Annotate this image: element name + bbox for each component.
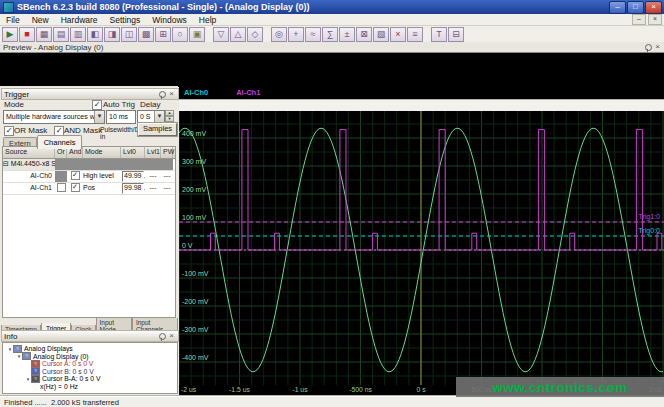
block-icon[interactable]: ▧ [373, 27, 389, 42]
table-row[interactable]: AI-Ch0✓High level49.99 ...------ [3, 171, 175, 183]
child-minimize-button[interactable]: – [632, 14, 646, 25]
save-icon[interactable]: ◇ [247, 27, 263, 42]
info-view-icon[interactable]: ≡ [407, 27, 423, 42]
or-cell[interactable] [55, 183, 67, 194]
pin-icon[interactable] [159, 91, 166, 98]
menu-item-windows[interactable]: Windows [146, 15, 192, 25]
stop-icon[interactable]: ■ [19, 27, 35, 42]
status-bar: Finished ...... 2.000 kS transferred [0, 396, 664, 407]
export-icon[interactable]: △ [230, 27, 246, 42]
lvl0-value[interactable]: 99.98 ... [122, 183, 144, 194]
or-mask-label: OR Mask [14, 126, 47, 135]
table-header-row: SourceOrAndModeLvl0Lvl1PW [3, 147, 175, 159]
fft-icon[interactable]: ≈ [305, 27, 321, 42]
and-checkbox[interactable]: ✓ [71, 183, 80, 192]
delay-select[interactable]: 0 S ▼ [137, 110, 165, 124]
source-cell: AI-Ch0 [3, 171, 55, 182]
auto-trig-checkbox[interactable]: ✓ [92, 100, 102, 110]
tree-item[interactable]: ▾≈Analog Display (0) [3, 353, 177, 361]
menu-bar: FileNewHardwareSettingsWindowsHelp – × [0, 14, 664, 26]
calculation-icon[interactable]: ∑ [322, 27, 338, 42]
preview-waveform-strip[interactable] [0, 52, 664, 88]
mode-cell[interactable]: High level [83, 171, 121, 182]
input-channels-icon[interactable]: ◧ [87, 27, 103, 42]
tree-item[interactable]: x(Hz) = 0 Hz [3, 383, 177, 391]
tree-item-label: Cursor B-A: 0 s 0 V [42, 375, 101, 382]
close-icon[interactable]: × [169, 90, 174, 98]
pulsewidth-label: Pulsewidth/Delay in [100, 126, 140, 140]
memory-setup-icon[interactable]: ▣ [189, 27, 205, 42]
channel-label-ai-ch0[interactable]: AI-Ch0 [184, 88, 208, 97]
import-icon[interactable]: ▽ [213, 27, 229, 42]
group-fill [55, 159, 173, 170]
and-checkbox[interactable]: ✓ [71, 171, 80, 180]
zoom-icon[interactable]: ◎ [271, 27, 287, 42]
maximize-button[interactable]: □ [627, 1, 644, 14]
group-label: ⊟ M4i.4450-x8 S... [3, 159, 55, 170]
menu-item-new[interactable]: New [26, 15, 55, 25]
output-channels-icon[interactable]: ◨ [104, 27, 120, 42]
average-icon[interactable]: ± [339, 27, 355, 42]
lvl0-value[interactable]: 49.99 ... [122, 171, 144, 182]
tree-item[interactable]: ▾≈Cursor B-A: 0 s 0 V [3, 375, 177, 383]
layout-icon[interactable]: ⊟ [448, 27, 464, 42]
mode-cell[interactable]: Pos [83, 183, 121, 194]
menu-item-help[interactable]: Help [193, 15, 222, 25]
menu-item-settings[interactable]: Settings [104, 15, 147, 25]
cursor-icon[interactable]: + [288, 27, 304, 42]
column-header-lvl1: Lvl1 [145, 147, 161, 158]
trigger-mode-select[interactable]: Multiple hardware sources with AND/OR ▼ [3, 110, 105, 124]
lvl0-cell[interactable]: 99.98 ... [121, 183, 145, 194]
and-cell[interactable]: ✓ [67, 171, 83, 182]
channel-label-bar: AI-Ch0AI-Ch1 [179, 86, 664, 99]
svg-text:-400 mV: -400 mV [182, 354, 209, 361]
digital-display-icon[interactable]: ▤ [53, 27, 69, 42]
table-row[interactable]: AI-Ch1✓Pos99.98 ...------ [3, 183, 175, 195]
close-icon[interactable]: × [169, 332, 174, 340]
or-checkbox[interactable] [57, 183, 66, 192]
overlay-icon[interactable]: ⊠ [356, 27, 372, 42]
source-cell: AI-Ch1 [3, 183, 55, 194]
ab-switch-icon[interactable]: ◫ [121, 27, 137, 42]
timeout-value: 10 ms [107, 111, 135, 122]
tree-item-label: Cursor B: 0 s 0 V [42, 368, 94, 375]
card-icon[interactable]: ▥ [70, 27, 86, 42]
channel-label-ai-ch1[interactable]: AI-Ch1 [236, 88, 260, 97]
lvl0-cell[interactable]: 49.99 ... [121, 171, 145, 182]
x-tick-label: -1.5 us [229, 386, 250, 393]
trigger-setup-icon[interactable]: ⊞ [155, 27, 171, 42]
menu-item-hardware[interactable]: Hardware [55, 15, 104, 25]
x-tick-label: -1 us [292, 386, 307, 393]
and-cell[interactable]: ✓ [67, 183, 83, 194]
pin-icon[interactable] [645, 44, 652, 51]
tree-item[interactable]: ≈Cursor B: 0 s 0 V [3, 368, 177, 376]
tab-channels[interactable]: Channels [37, 135, 83, 149]
delete-icon[interactable]: × [390, 27, 406, 42]
window-title: SBench 6.2.3 build 8080 (Professional - … [17, 2, 609, 12]
chevron-down-icon[interactable]: ▼ [154, 111, 164, 123]
close-button[interactable]: × [645, 1, 662, 14]
text-icon[interactable]: T [431, 27, 447, 42]
tree-item[interactable]: ≈Cursor A: 0 s 0 V [3, 360, 177, 368]
analog-display-icon[interactable]: ▦ [36, 27, 52, 42]
minimize-button[interactable]: – [609, 1, 626, 14]
and-mask-label: AND Mask [64, 126, 102, 135]
or-cell[interactable] [55, 171, 67, 182]
start-icon[interactable]: ▶ [2, 27, 18, 42]
clock-setup-icon[interactable]: ○ [172, 27, 188, 42]
transfer-status: 2.000 kS transferred [51, 398, 119, 407]
channels-icon[interactable]: ▩ [138, 27, 154, 42]
chevron-down-icon[interactable]: ▼ [94, 111, 104, 123]
toolbar-group: ▶■▦▤▥◧◨◫▩⊞○▣ [2, 27, 205, 42]
delay-label: Delay [140, 100, 160, 109]
pin-icon[interactable] [159, 333, 166, 340]
close-icon[interactable]: × [655, 43, 660, 51]
spin-down-icon[interactable]: ▼ [165, 116, 174, 122]
menu-item-file[interactable]: File [0, 15, 26, 25]
samples-button[interactable]: Samples [138, 123, 177, 136]
table-group-row[interactable]: ⊟ M4i.4450-x8 S... [3, 159, 175, 171]
child-close-button[interactable]: × [648, 14, 662, 25]
auto-trig-timeout-field[interactable]: 10 ms [106, 110, 136, 124]
waveform-plot[interactable]: 400 mV300 mV200 mV100 mV0 V-100 mV-200 m… [179, 111, 664, 385]
delay-spinner[interactable]: ▲ ▼ [165, 110, 174, 122]
